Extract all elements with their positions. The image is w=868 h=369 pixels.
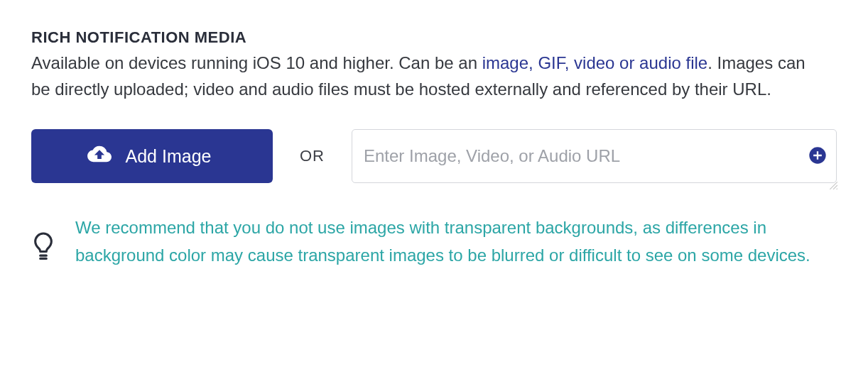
media-controls: Add Image OR (31, 129, 837, 183)
tip-text: We recommend that you do not use images … (75, 214, 814, 269)
lightbulb-icon (31, 231, 55, 263)
desc-text-prefix: Available on devices running iOS 10 and … (31, 53, 482, 72)
cloud-upload-icon (87, 142, 112, 170)
add-image-button[interactable]: Add Image (31, 129, 273, 183)
plus-circle-icon (808, 145, 828, 167)
media-url-input[interactable] (352, 129, 837, 183)
url-input-container (352, 129, 837, 183)
svg-line-2 (837, 189, 837, 189)
section-description: Available on devices running iOS 10 and … (31, 50, 827, 102)
svg-line-0 (830, 182, 837, 190)
resize-handle-icon[interactable] (828, 180, 838, 190)
add-url-button[interactable] (807, 145, 828, 167)
tip-callout: We recommend that you do not use images … (31, 214, 837, 269)
or-label: OR (300, 147, 325, 165)
media-types-link[interactable]: image, GIF, video or audio file (482, 53, 708, 72)
section-title: RICH NOTIFICATION MEDIA (31, 28, 837, 47)
add-image-label: Add Image (126, 146, 212, 167)
